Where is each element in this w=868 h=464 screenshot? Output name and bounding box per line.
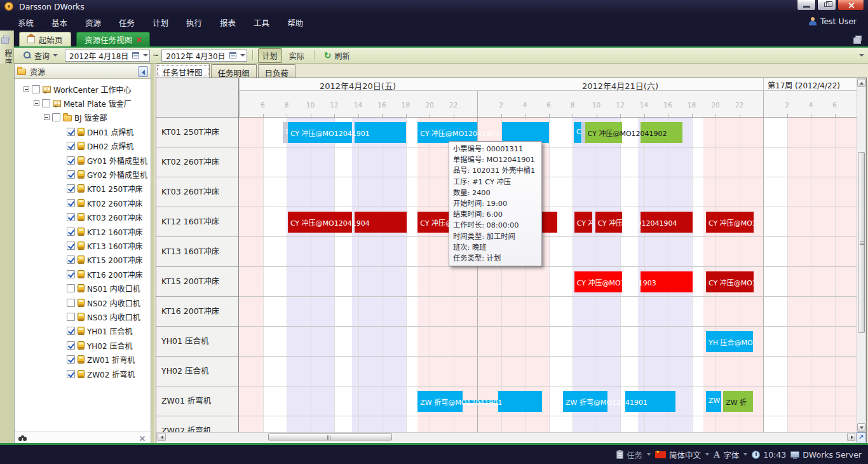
status-item-DWorks Server[interactable]: DWorks Server bbox=[790, 450, 862, 460]
tab-close-icon[interactable] bbox=[136, 37, 142, 43]
gantt-task[interactable]: CY 冲压@MO12041901 bbox=[288, 118, 406, 147]
gantt-task[interactable]: CY 冲压@MO12041903 bbox=[574, 267, 693, 297]
tree-checkbox[interactable] bbox=[67, 355, 75, 364]
collapse-expander-icon[interactable] bbox=[24, 86, 29, 92]
menu-item-任务[interactable]: 任务 bbox=[110, 14, 144, 31]
gantt-task[interactable]: CY 冲压@MO1 bbox=[706, 207, 754, 237]
tab-resource-task-view[interactable]: 资源任务视图 bbox=[76, 32, 150, 46]
tree-item[interactable]: KT01 250T冲床 bbox=[15, 182, 151, 196]
clear-icon[interactable] bbox=[139, 435, 146, 442]
view-tab-任务甘特图[interactable]: 任务甘特图 bbox=[156, 64, 210, 78]
gantt-task[interactable]: CY 冲 bbox=[574, 207, 592, 237]
status-item-任务[interactable]: 任务 bbox=[616, 449, 651, 461]
query-button[interactable]: 查询 bbox=[19, 48, 62, 63]
gantt-task[interactable]: CY 冲压@MO12041902 bbox=[585, 118, 682, 147]
tree-item[interactable]: DH02 点焊机 bbox=[15, 139, 151, 153]
tree-item[interactable]: KT02 260T冲床 bbox=[15, 196, 151, 210]
vertical-scroll-thumb[interactable] bbox=[858, 152, 865, 333]
chevron-down-icon[interactable] bbox=[647, 453, 651, 456]
tree-checkbox[interactable] bbox=[32, 85, 40, 93]
gantt-task[interactable]: ZW 折弯@MO12041901 bbox=[417, 386, 542, 416]
restore-button[interactable] bbox=[817, 0, 836, 11]
tree-checkbox[interactable] bbox=[67, 128, 75, 136]
tree-item[interactable]: DH01 点焊机 bbox=[15, 125, 151, 139]
menu-item-基本[interactable]: 基本 bbox=[43, 14, 76, 31]
menu-item-执行[interactable]: 执行 bbox=[177, 14, 211, 31]
tree-item[interactable]: GY02 外桶成型机 bbox=[15, 167, 151, 181]
refresh-button[interactable]: ↻ 刷新 bbox=[320, 48, 355, 63]
gantt-task[interactable]: C bbox=[283, 118, 288, 147]
tree-checkbox[interactable] bbox=[67, 370, 75, 378]
tree-checkbox[interactable] bbox=[67, 313, 75, 321]
menu-item-帮助[interactable]: 帮助 bbox=[278, 14, 312, 31]
tree-checkbox[interactable] bbox=[67, 327, 75, 335]
collapse-expander-icon[interactable] bbox=[34, 100, 39, 106]
date-from-field[interactable]: 2012年 4月18日 bbox=[65, 50, 150, 62]
gantt-task[interactable]: ZW bbox=[706, 386, 721, 416]
scroll-corner-button[interactable] bbox=[857, 432, 866, 442]
tree-item[interactable]: Metal Plate 钣金厂 bbox=[15, 96, 151, 110]
gantt-task[interactable]: ZW 折弯@MO12041901 bbox=[563, 386, 675, 416]
date-to-field[interactable]: 2012年 4月30日 bbox=[161, 50, 247, 62]
toolbar-overflow-icon[interactable] bbox=[859, 54, 864, 57]
menu-item-报表[interactable]: 报表 bbox=[211, 14, 245, 31]
tree-item[interactable]: WorkCenter 工作中心 bbox=[15, 82, 151, 96]
tree-item[interactable]: NS02 内收口机 bbox=[15, 296, 151, 310]
scroll-right-icon[interactable] bbox=[847, 433, 855, 441]
tree-checkbox[interactable] bbox=[42, 99, 50, 107]
minimize-button[interactable] bbox=[797, 0, 816, 11]
gantt-task[interactable]: C bbox=[574, 118, 581, 147]
tree-checkbox[interactable] bbox=[67, 156, 75, 165]
tree-checkbox[interactable] bbox=[67, 213, 75, 221]
tree-item[interactable]: ZW01 折弯机 bbox=[15, 352, 151, 366]
collapse-panel-button[interactable] bbox=[138, 66, 148, 77]
tree-checkbox[interactable] bbox=[67, 170, 75, 179]
tree-checkbox[interactable] bbox=[67, 228, 75, 236]
tree-item[interactable]: NS01 内收口机 bbox=[15, 281, 151, 295]
tree-item[interactable]: ZW02 折弯机 bbox=[15, 367, 151, 381]
window-list-icon[interactable] bbox=[855, 36, 862, 41]
scroll-down-icon[interactable] bbox=[857, 423, 865, 432]
tree-item[interactable]: KT03 260T冲床 bbox=[15, 210, 151, 224]
collapse-expander-icon[interactable] bbox=[44, 114, 50, 120]
task-bar-segment[interactable] bbox=[498, 391, 542, 412]
tree-item[interactable]: YH01 压合机 bbox=[15, 324, 151, 338]
actual-toggle-button[interactable]: 实际 bbox=[285, 48, 309, 63]
status-item-字体[interactable]: A字体 bbox=[714, 449, 747, 461]
menu-item-资源[interactable]: 资源 bbox=[76, 14, 110, 31]
tree-checkbox[interactable] bbox=[67, 284, 75, 292]
tree-item[interactable]: KT16 200T冲床 bbox=[15, 267, 151, 281]
vertical-scrollbar[interactable] bbox=[857, 78, 866, 432]
gantt-task[interactable]: CY 冲压@MO12041904 bbox=[288, 207, 407, 237]
tree-checkbox[interactable] bbox=[67, 142, 75, 150]
tree-checkbox[interactable] bbox=[67, 299, 75, 307]
view-tab-任务明细[interactable]: 任务明细 bbox=[211, 64, 257, 78]
view-tab-日负荷[interactable]: 日负荷 bbox=[258, 64, 296, 78]
tree-checkbox[interactable] bbox=[67, 256, 75, 264]
tree-item[interactable]: YH02 压合机 bbox=[15, 338, 151, 352]
search-binoculars-icon[interactable] bbox=[18, 435, 27, 441]
tab-home-page[interactable]: 起始页 bbox=[19, 32, 71, 46]
scroll-left-icon[interactable] bbox=[158, 433, 166, 441]
gantt-task[interactable]: YH 压合@MO1 bbox=[706, 327, 753, 357]
status-item-10:43[interactable]: 10:43 bbox=[752, 450, 786, 460]
tree-item[interactable]: GY01 外桶成型机 bbox=[15, 153, 151, 167]
tree-checkbox[interactable] bbox=[67, 184, 75, 193]
tree-item[interactable]: KT13 160T冲床 bbox=[15, 238, 151, 252]
gantt-task[interactable]: ZW 折 bbox=[723, 386, 753, 416]
tree-checkbox[interactable] bbox=[52, 113, 60, 121]
horizontal-scrollbar[interactable] bbox=[156, 432, 857, 442]
gantt-task[interactable]: CY 冲压@MO12041904 bbox=[595, 207, 693, 237]
tree-item[interactable]: KT12 160T冲床 bbox=[15, 224, 151, 238]
user-badge[interactable]: Test User bbox=[809, 17, 857, 26]
menu-item-工具[interactable]: 工具 bbox=[245, 14, 278, 31]
close-button[interactable] bbox=[837, 0, 864, 11]
tree-checkbox[interactable] bbox=[67, 242, 75, 250]
status-item-简体中文[interactable]: 简体中文 bbox=[655, 449, 709, 461]
tree-item[interactable]: KT15 200T冲床 bbox=[15, 253, 151, 267]
menu-item-系统[interactable]: 系统 bbox=[9, 14, 43, 31]
plan-toggle-button[interactable]: 计划 bbox=[258, 48, 282, 63]
chevron-down-icon[interactable] bbox=[705, 453, 709, 456]
tree-checkbox[interactable] bbox=[67, 341, 75, 350]
task-bar-segment[interactable] bbox=[502, 122, 548, 143]
